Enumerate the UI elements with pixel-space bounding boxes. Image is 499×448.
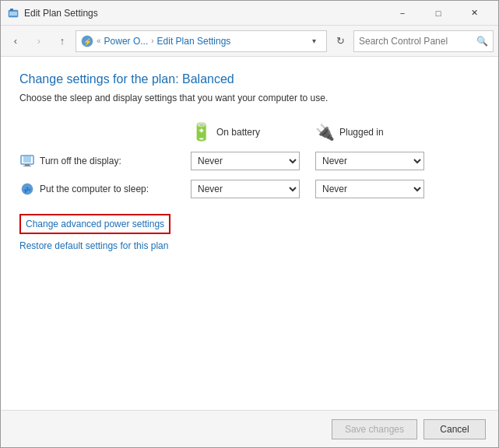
svg-text:💤: 💤: [23, 186, 31, 194]
display-plugged-dropdown-wrapper: Never 1 minute 2 minutes 5 minutes 10 mi…: [315, 152, 440, 170]
on-battery-label: On battery: [216, 127, 260, 138]
content-area: Change settings for the plan: Balanced C…: [1, 57, 498, 410]
display-label: Turn off the display:: [19, 153, 191, 169]
breadcrumb-arrow: ›: [151, 37, 153, 45]
display-row-label: Turn off the display:: [40, 156, 121, 166]
svg-rect-6: [23, 156, 31, 163]
close-button[interactable]: ✕: [456, 1, 492, 26]
save-changes-button[interactable]: Save changes: [332, 419, 417, 439]
plugged-in-header: 🔌 Plugged in: [315, 123, 440, 142]
window-icon: [7, 7, 19, 19]
sleep-plugged-select[interactable]: Never 1 minute 2 minutes 5 minutes 10 mi…: [315, 180, 424, 198]
cancel-button[interactable]: Cancel: [423, 419, 486, 439]
back-button[interactable]: ‹: [5, 31, 26, 51]
display-plugged-select[interactable]: Never 1 minute 2 minutes 5 minutes 10 mi…: [315, 152, 424, 170]
display-icon: [19, 153, 35, 169]
sleep-label: 💤 Put the computer to sleep:: [19, 181, 191, 197]
address-dropdown-icon[interactable]: ▾: [306, 33, 322, 49]
plugged-icon: 🔌: [315, 123, 335, 142]
address-power-icon: ⚡: [81, 35, 93, 47]
display-row: Turn off the display: Never 1 minute 2 m…: [19, 152, 480, 170]
restore-defaults-link[interactable]: Restore default settings for this plan: [19, 240, 480, 251]
maximize-button[interactable]: □: [420, 1, 456, 26]
main-window: Edit Plan Settings − □ ✕ ‹ › ↑ ⚡ « Power…: [0, 0, 499, 448]
svg-rect-1: [10, 9, 13, 11]
minimize-button[interactable]: −: [385, 1, 420, 26]
sleep-plugged-dropdown-wrapper: Never 1 minute 2 minutes 5 minutes 10 mi…: [315, 180, 440, 198]
window-controls: − □ ✕: [385, 1, 492, 26]
svg-rect-7: [25, 164, 30, 166]
search-box[interactable]: 🔍: [353, 30, 494, 52]
display-battery-dropdown-wrapper: Never 1 minute 2 minutes 5 minutes 10 mi…: [191, 152, 315, 170]
window-title: Edit Plan Settings: [24, 8, 385, 19]
breadcrumb-power[interactable]: Power O...: [104, 36, 149, 47]
title-bar: Edit Plan Settings − □ ✕: [1, 1, 498, 26]
plugged-in-label: Plugged in: [339, 127, 384, 138]
sleep-battery-dropdown-wrapper: Never 1 minute 2 minutes 5 minutes 10 mi…: [191, 180, 315, 198]
sleep-icon: 💤: [19, 181, 35, 197]
bottom-bar: Save changes Cancel: [1, 410, 498, 447]
sleep-row-label: Put the computer to sleep:: [40, 184, 149, 194]
svg-text:⚡: ⚡: [83, 37, 93, 47]
sleep-battery-select[interactable]: Never 1 minute 2 minutes 5 minutes 10 mi…: [191, 180, 300, 198]
search-icon: 🔍: [476, 36, 488, 47]
address-box[interactable]: ⚡ « Power O... › Edit Plan Settings ▾: [76, 30, 327, 52]
refresh-button[interactable]: ↻: [330, 31, 350, 51]
up-button[interactable]: ↑: [52, 31, 72, 51]
search-input[interactable]: [359, 36, 476, 47]
battery-icon: 🔋: [191, 122, 212, 142]
breadcrumb-edit-plan[interactable]: Edit Plan Settings: [157, 36, 231, 47]
sleep-row: 💤 Put the computer to sleep: Never 1 min…: [19, 180, 480, 198]
forward-button[interactable]: ›: [29, 31, 49, 51]
page-title: Change settings for the plan: Balanced: [19, 72, 480, 86]
links-section: Change advanced power settings Restore d…: [19, 214, 480, 251]
breadcrumb-separator1: «: [97, 37, 101, 45]
advanced-power-settings-link[interactable]: Change advanced power settings: [19, 214, 170, 234]
settings-header: 🔋 On battery 🔌 Plugged in: [19, 122, 480, 142]
address-bar: ‹ › ↑ ⚡ « Power O... › Edit Plan Setting…: [1, 26, 498, 57]
svg-rect-2: [9, 12, 17, 16]
on-battery-header: 🔋 On battery: [191, 122, 315, 142]
page-subtitle: Choose the sleep and display settings th…: [19, 93, 480, 103]
svg-rect-8: [23, 166, 31, 166]
display-battery-select[interactable]: Never 1 minute 2 minutes 5 minutes 10 mi…: [191, 152, 300, 170]
